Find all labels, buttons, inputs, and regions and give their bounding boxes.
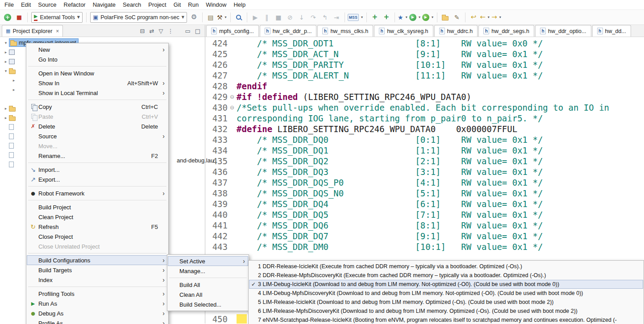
config-option-7[interactable]: 7 eNVM-Scratchpad-Release-IcicleKit (Boo… bbox=[249, 316, 643, 324]
view-menu-icon[interactable]: ⋮ bbox=[167, 28, 173, 34]
menu-item-export[interactable]: ↗Export... bbox=[27, 174, 168, 184]
instruction-step-icon[interactable]: ⇥ bbox=[331, 12, 342, 23]
open-folder-icon[interactable] bbox=[440, 12, 451, 23]
clipboard-icon[interactable]: ▤ bbox=[205, 12, 216, 23]
menu-item-new[interactable]: New› bbox=[27, 45, 168, 54]
menubar-item-window[interactable]: Window bbox=[202, 0, 230, 9]
menu-item-import[interactable]: ↘Import... bbox=[27, 165, 168, 174]
resume-icon[interactable]: ▶ bbox=[250, 12, 261, 23]
code-line[interactable]: 429⊖#if !defined (LIBERO_SETTING_RPC246_… bbox=[205, 91, 644, 102]
editor-tab-hw-ddr-optio[interactable]: hhw_ddr_optio... bbox=[535, 25, 591, 37]
suspend-icon[interactable]: ‖ bbox=[262, 12, 272, 23]
debug-icon[interactable]: ▶▾ bbox=[409, 12, 421, 23]
menu-item-close-unrelated-project[interactable]: Close Unrelated Project bbox=[27, 241, 168, 251]
code-line[interactable]: 437 /* MSS_DDR_DQS_P0 [4:1] RW value= 0x… bbox=[205, 177, 644, 188]
terminate-debug-icon[interactable]: ■ bbox=[273, 12, 284, 23]
menu-item-refresh[interactable]: ↻RefreshF5 bbox=[27, 222, 168, 232]
code-line[interactable]: 438 /* MSS_DDR_DQS_N0 [5:1] RW value= 0x… bbox=[205, 188, 644, 199]
code-line[interactable]: 435 /* MSS_DDR_DQ2 [2:1] RW value= 0x1 *… bbox=[205, 156, 644, 166]
code-line[interactable]: 425 /* MSS_DDR_ACT_N [9:1] RW value= 0x1… bbox=[205, 49, 644, 59]
menubar-item-project[interactable]: Project bbox=[145, 0, 170, 9]
menu-item-go-into[interactable]: Go Into bbox=[27, 54, 168, 64]
menu-item-profile-as[interactable]: Profile As› bbox=[27, 318, 168, 324]
menu-item-debug-as[interactable]: ●Debug As› bbox=[27, 308, 168, 318]
menu-item-build-project[interactable]: Build Project bbox=[27, 202, 168, 212]
code-line[interactable]: 439 /* MSS_DDR_DQ4 [6:1] RW value= 0x1 *… bbox=[205, 199, 644, 209]
tree-item-partial-filename[interactable]: and-debug.lau bbox=[177, 157, 214, 164]
menubar-item-search[interactable]: Search bbox=[119, 0, 145, 9]
menu-item-source[interactable]: Source› bbox=[27, 131, 168, 141]
search-icon[interactable] bbox=[233, 12, 244, 23]
step-return-icon[interactable]: ↰ bbox=[320, 12, 330, 23]
menubar-item-git[interactable]: Git bbox=[170, 0, 185, 9]
external-tools-combo[interactable]: ▶External Tools▼ bbox=[31, 12, 83, 23]
menu-item-open-in-new-window[interactable]: Open in New Window bbox=[27, 68, 168, 78]
new-wizard-icon[interactable]: + bbox=[2, 12, 13, 23]
chevron-right-icon[interactable]: ▸ bbox=[11, 78, 17, 83]
code-line[interactable]: 441 /* MSS_DDR_DQ6 [8:1] RW value= 0x1 *… bbox=[205, 220, 644, 231]
code-line[interactable]: 431corresponding IOG lane, starting from… bbox=[205, 113, 644, 124]
code-line[interactable]: 436 /* MSS_DDR_DQ3 [3:1] RW value= 0x1 *… bbox=[205, 166, 644, 177]
code-line[interactable]: 442 /* MSS_DDR_DQ7 [9:1] RW value= 0x1 *… bbox=[205, 231, 644, 241]
tab-project-explorer[interactable]: ▦ Project Explorer × bbox=[2, 25, 63, 37]
menu-item-clean-project[interactable]: Clean Project bbox=[27, 212, 168, 222]
chevron-down-icon[interactable]: ▾ bbox=[3, 41, 9, 45]
editor-tab-hw-ddr-segs-h[interactable]: hhw_ddr_segs.h bbox=[478, 25, 534, 37]
chevron-down-icon[interactable]: ▾ bbox=[3, 69, 9, 73]
config-option-5[interactable]: 5 LIM-Release-IcicleKit (Download to and… bbox=[249, 298, 643, 307]
menu-item-copy[interactable]: CopyCtrl+C bbox=[27, 102, 168, 112]
code-line[interactable]: 432#define LIBERO_SETTING_RPC246_WPU_DAT… bbox=[205, 124, 644, 134]
edit-pencil-icon[interactable]: ✎ bbox=[452, 12, 462, 23]
code-line[interactable]: 434 /* MSS_DDR_DQ1 [1:1] RW value= 0x1 *… bbox=[205, 145, 644, 156]
menu-item-paste[interactable]: PasteCtrl+V bbox=[27, 112, 168, 121]
menu-item-move[interactable]: Move... bbox=[27, 141, 168, 151]
menu-item-run-as[interactable]: ▶Run As› bbox=[27, 299, 168, 308]
collapse-all-icon[interactable]: ⊟ bbox=[140, 28, 145, 34]
link-editor-icon[interactable]: ⇄ bbox=[150, 28, 154, 34]
chevron-right-icon[interactable]: ▸ bbox=[3, 116, 9, 120]
menubar-item-navigate[interactable]: Navigate bbox=[89, 0, 119, 9]
config-option-4[interactable]: 4 LIM-Debug-MpfsDiscoveryKit (Download t… bbox=[249, 289, 643, 298]
forward-icon[interactable]: →▾ bbox=[491, 12, 502, 23]
menubar-item-source[interactable]: Source bbox=[34, 0, 60, 9]
run-icon[interactable]: ▶▾ bbox=[422, 12, 434, 23]
menubar-item-file[interactable]: File bbox=[1, 0, 17, 9]
step-over-icon[interactable]: ↷ bbox=[308, 12, 319, 23]
mss-tool-icon[interactable]: MSS▾ bbox=[348, 12, 364, 23]
menu-item-build-targets[interactable]: Build Targets› bbox=[27, 265, 168, 275]
code-line[interactable]: 424 /* MSS_DDR_ODT1 [8:1] RW value= 0x0 … bbox=[205, 38, 644, 49]
step-into-icon[interactable]: ↓ bbox=[296, 12, 307, 23]
editor-tab-mpfs-config[interactable]: hmpfs_config... bbox=[206, 25, 259, 37]
editor-tab-hw-clk-ddr-p[interactable]: hhw_clk_ddr_p... bbox=[260, 25, 317, 37]
menu-item-show-in-local-terminal[interactable]: Show in Local Terminal› bbox=[27, 88, 168, 98]
menu-item-close-project[interactable]: Close Project bbox=[27, 232, 168, 241]
program-tools-icon[interactable]: ⚙ bbox=[189, 12, 199, 23]
menu-item-index[interactable]: Index› bbox=[27, 275, 168, 285]
program-combo[interactable]: ▣PolarFire SoC program non-sec▼ bbox=[90, 12, 187, 23]
menu-item-manage[interactable]: Manage... bbox=[168, 266, 248, 276]
config-option-6[interactable]: 6 LIM-Release-MpfsDiscoveryKit (Download… bbox=[249, 307, 643, 316]
code-line[interactable]: 427 /* MSS_DDR_ALERT_N [11:1] RW value= … bbox=[205, 70, 644, 81]
build-hammer-icon[interactable]: ⚒▾ bbox=[217, 12, 228, 23]
menu-item-delete[interactable]: ✗DeleteDelete bbox=[27, 121, 168, 131]
config-option-2[interactable]: 2 DDR-Release-MpfsDiscoveryKit (Execute … bbox=[249, 271, 643, 280]
terminate-icon[interactable]: ■ bbox=[14, 12, 25, 23]
menu-item-build-all[interactable]: Build All bbox=[168, 280, 248, 290]
minimize-icon[interactable]: ▭ bbox=[185, 28, 190, 34]
add-launch-icon[interactable]: + bbox=[370, 12, 380, 23]
config-option-1[interactable]: 1 DDR-Release-IcicleKit (Execute from ca… bbox=[249, 262, 643, 271]
menu-item-rename[interactable]: Rename...F2 bbox=[27, 151, 168, 161]
launch-config-icon[interactable]: ★▾ bbox=[398, 12, 408, 23]
code-line[interactable]: 433 /* MSS_DDR_DQ0 [0:1] RW value= 0x1 *… bbox=[205, 134, 644, 145]
menu-item-set-active[interactable]: Set Active› bbox=[168, 256, 248, 266]
filter-icon[interactable]: ▽ bbox=[158, 28, 163, 34]
chevron-right-icon[interactable]: ▸ bbox=[3, 50, 9, 54]
menu-item-clean-all[interactable]: Clean All bbox=[168, 290, 248, 299]
menu-item-profiling-tools[interactable]: Profiling Tools› bbox=[27, 289, 168, 299]
editor-tab-hw-mss-clks-h[interactable]: hhw_mss_clks.h bbox=[317, 25, 373, 37]
last-edit-icon[interactable]: ↩ bbox=[468, 12, 479, 23]
disconnect-icon[interactable]: ⊘ bbox=[285, 12, 295, 23]
editor-tab-hw-ddrc-h[interactable]: hhw_ddrc.h bbox=[434, 25, 478, 37]
code-line[interactable]: 426 /* MSS_DDR_PARITY [10:1] RW value= 0… bbox=[205, 59, 644, 70]
add-debug-launch-icon[interactable]: + bbox=[381, 12, 392, 23]
